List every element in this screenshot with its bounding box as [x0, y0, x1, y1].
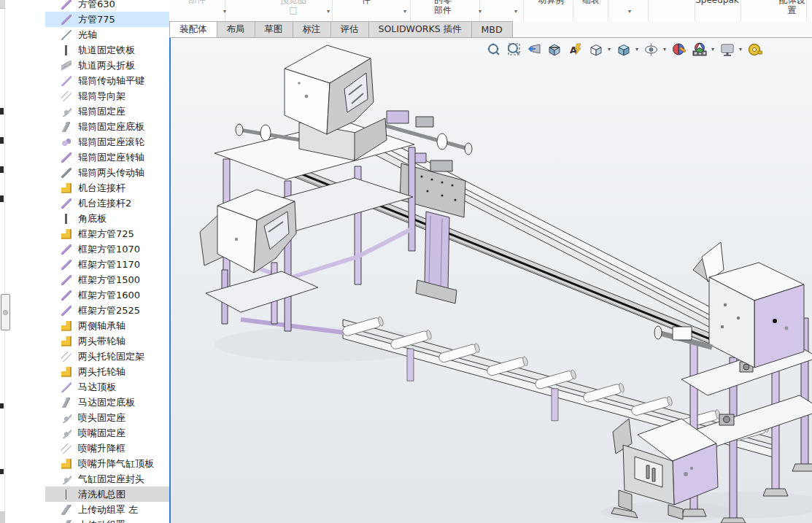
- dynamic-annotation-views-icon[interactable]: A: [566, 40, 584, 58]
- tree-item[interactable]: 辊筒导向架: [45, 88, 169, 104]
- zoom-to-fit-icon[interactable]: [484, 40, 502, 58]
- tab-assembly[interactable]: 装配体: [169, 21, 217, 37]
- tree-item[interactable]: 框架方管2525: [45, 303, 169, 318]
- dropdown-caret-icon[interactable]: ▾: [739, 46, 742, 53]
- ribbon-label-line: 配体设: [772, 0, 812, 5]
- tree-item[interactable]: 辊筒固定座转轴: [45, 150, 169, 165]
- tree-item[interactable]: 方管630: [45, 0, 169, 12]
- tree-item[interactable]: 框架方管1070: [45, 241, 169, 257]
- tree-item-label: 两头带轮轴: [78, 335, 125, 348]
- ribbon-button-label[interactable]: 预览图□: [264, 0, 322, 15]
- assembly-3d-model[interactable]: [171, 38, 812, 523]
- tree-item-label: 两侧轴承轴: [78, 319, 125, 333]
- tube-part-icon: [61, 306, 71, 316]
- tab-layout[interactable]: 布局: [217, 21, 255, 37]
- tree-item[interactable]: 马达顶板: [45, 379, 169, 395]
- tree-item[interactable]: 轨道两头折板: [45, 58, 169, 73]
- tree-item[interactable]: 框架方管1600: [45, 287, 169, 303]
- tree-item-label: 光轴: [78, 28, 97, 42]
- dropdown-caret-icon[interactable]: ▾: [628, 8, 631, 15]
- tree-item[interactable]: 机台连接杆: [45, 180, 169, 195]
- tab-solidworks-addins[interactable]: SOLIDWORKS 插件: [368, 21, 472, 37]
- tree-item[interactable]: 上传动组罩: [45, 517, 169, 523]
- tree-item-label: 清洗机总图: [78, 488, 125, 501]
- clipped-icon-fragment: [0, 108, 4, 115]
- ribbon-button-label[interactable]: Speedpak: [693, 0, 741, 5]
- tree-item-label: 框架方管1500: [78, 274, 140, 287]
- tree-item[interactable]: 两侧轴承轴: [45, 318, 169, 333]
- tree-item-label: 框架方管725: [78, 228, 134, 241]
- display-style-icon[interactable]: [614, 40, 632, 58]
- ribbon-button-label[interactable]: 动算例: [530, 0, 571, 5]
- section-view-icon[interactable]: [546, 40, 563, 58]
- dropdown-caret-icon[interactable]: ▾: [663, 46, 666, 53]
- ribbon-label-line: 预览图: [264, 0, 322, 5]
- tree-item[interactable]: 光轴: [45, 27, 169, 42]
- shaft2-part-icon: [61, 168, 71, 178]
- tree-item-label: 上传动组罩: [78, 519, 125, 523]
- dropdown-caret-icon[interactable]: ▾: [711, 46, 714, 53]
- tree-item[interactable]: 框架方管1500: [45, 272, 169, 287]
- shaft-part-icon: [61, 30, 71, 40]
- tree-item[interactable]: 辊筒传动轴平键: [45, 73, 169, 88]
- seat-part-icon: [61, 413, 71, 423]
- hide-show-items-icon[interactable]: [642, 40, 660, 58]
- tree-item-label: 框架方管1170: [78, 258, 140, 271]
- gutter-bottom-box: [0, 511, 5, 523]
- tree-item[interactable]: 辊筒固定座: [45, 104, 169, 119]
- tree-item[interactable]: 上传动组罩 左: [45, 502, 169, 517]
- tree-item[interactable]: 方管775: [45, 12, 169, 27]
- view-orientation-icon[interactable]: [587, 40, 604, 58]
- graphics-viewport[interactable]: A▾▾▾▾▾: [169, 38, 812, 523]
- ribbon-button-label[interactable]: 件: [348, 0, 384, 5]
- tree-item[interactable]: 喷嘴固定座: [45, 425, 169, 441]
- tree-item[interactable]: 角底板: [45, 211, 169, 226]
- tab-sketch[interactable]: 草图: [255, 21, 293, 37]
- tree-item[interactable]: 辊筒固定座底板: [45, 119, 169, 134]
- tree-item[interactable]: 框架方管1170: [45, 257, 169, 272]
- tree-item[interactable]: 两头托轮固定架: [45, 349, 169, 364]
- tree-item[interactable]: 轨道固定铁板: [45, 42, 169, 58]
- ribbon-button-label[interactable]: 配体设置: [772, 0, 812, 15]
- dropdown-caret-icon[interactable]: ▾: [403, 8, 406, 15]
- ribbon-button-label[interactable]: 的零部件: [417, 0, 468, 15]
- tube-part-icon: [61, 260, 71, 270]
- panel-splitter-handle[interactable]: [1, 294, 10, 330]
- clipped-icon-fragment: [0, 469, 4, 474]
- tab-annotate[interactable]: 标注: [293, 21, 331, 37]
- frame-part-icon: [61, 443, 71, 454]
- tree-item[interactable]: 喷嘴升降框: [45, 441, 169, 456]
- tree-item[interactable]: 清洗机总图: [45, 487, 169, 502]
- tree-item[interactable]: 马达固定底板: [45, 395, 169, 410]
- edit-appearance-icon[interactable]: [670, 40, 687, 58]
- tree-item[interactable]: 辊筒两头传动轴: [45, 165, 169, 180]
- ribbon-button-label[interactable]: 细表: [575, 0, 607, 5]
- tab-evaluate[interactable]: 评估: [330, 21, 369, 37]
- tree-item[interactable]: 两头带轮轴: [45, 333, 169, 349]
- dropdown-caret-icon[interactable]: ▾: [635, 46, 638, 53]
- ribbon-group-separator: [608, 0, 608, 21]
- tab-mbd[interactable]: MBD: [471, 21, 513, 37]
- tree-item[interactable]: 机台连接杆2: [45, 195, 169, 211]
- roller-support-leg: [407, 349, 414, 381]
- dropdown-caret-icon[interactable]: ▾: [327, 8, 330, 15]
- apply-scene-icon[interactable]: [690, 40, 708, 58]
- dropdown-caret-icon[interactable]: ▾: [479, 8, 482, 15]
- tree-item[interactable]: 喷头固定座: [45, 410, 169, 425]
- view-settings-icon[interactable]: [718, 40, 735, 58]
- ribbon-button-label[interactable]: 部件: [175, 0, 219, 5]
- tree-item[interactable]: 气缸固定座封头: [45, 471, 169, 487]
- zoom-to-area-icon[interactable]: [505, 40, 522, 58]
- tree-item[interactable]: 两头托轮轴: [45, 364, 169, 379]
- tree-item[interactable]: 喷嘴升降气缸顶板: [45, 456, 169, 471]
- tree-item-label: 机台连接杆: [78, 182, 125, 195]
- previous-view-icon[interactable]: [525, 40, 543, 58]
- tree-item-label: 辊筒两头传动轴: [78, 166, 144, 179]
- dropdown-caret-icon[interactable]: ▾: [223, 8, 226, 15]
- tree-item[interactable]: 辊筒固定座滚轮: [45, 134, 169, 150]
- frame-part-icon: [61, 91, 71, 101]
- dropdown-caret-icon[interactable]: ▾: [514, 8, 517, 15]
- dropdown-caret-icon[interactable]: ▾: [608, 46, 611, 53]
- measure-icon[interactable]: [746, 40, 763, 58]
- tree-item[interactable]: 框架方管725: [45, 226, 169, 241]
